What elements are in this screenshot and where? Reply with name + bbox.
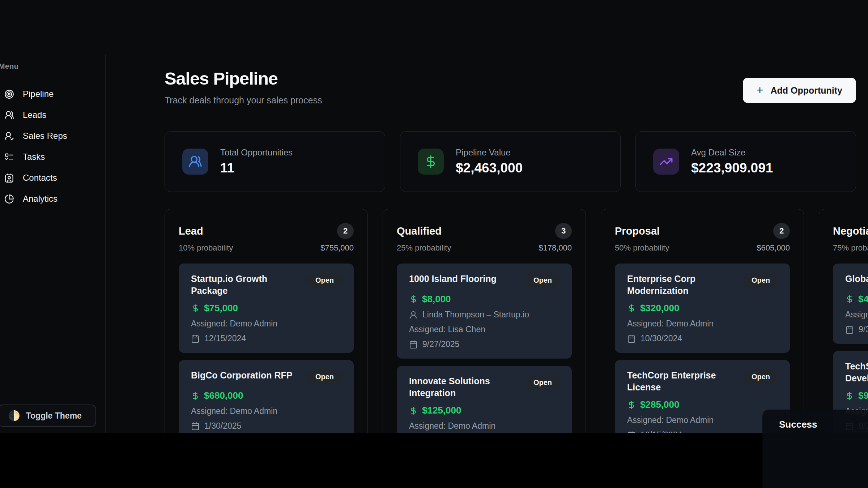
app-window: Menu Pipeline Leads Sales Reps [0, 0, 868, 433]
status-badge: Open [526, 375, 559, 390]
opportunity-date: 12/15/2024 [204, 334, 246, 343]
opportunity-assigned: Assigned: Demo Admin [627, 415, 714, 425]
toggle-theme-button[interactable]: 🌓 Toggle Theme [0, 404, 96, 427]
amount-row: $95,000 [845, 390, 868, 401]
column-cards: 1000 Island Flooring Open $8,000 Linda T… [397, 264, 572, 433]
opportunity-amount: $8,000 [422, 294, 451, 305]
calendar-icon [409, 340, 418, 349]
opportunity-amount: $75,000 [204, 303, 238, 314]
column-cards: Global Tech Expansion Open $450,000 Assi… [833, 264, 868, 433]
stat-card-pipeline-value: Pipeline Value $2,463,000 [400, 131, 621, 192]
calendar-icon [191, 334, 200, 343]
opportunity-assigned: Assigned: Demo Admin [409, 421, 495, 431]
opportunity-title: Startup.io Growth Package [191, 273, 301, 297]
calendar-icon [191, 422, 200, 431]
opportunity-card[interactable]: 1000 Island Flooring Open $8,000 Linda T… [397, 264, 572, 359]
amount-row: $680,000 [191, 390, 341, 401]
column-cards: Startup.io Growth Package Open $75,000 A… [179, 264, 354, 433]
sidebar-nav: Pipeline Leads Sales Reps Tasks [0, 84, 105, 209]
opportunity-date: 9/30/2025 [859, 325, 868, 334]
kanban-column-qualified: Qualified 3 25% probability $178,000 100… [383, 209, 586, 433]
toast-notification: Success [762, 410, 868, 488]
sidebar-menu-label: Menu [0, 62, 105, 70]
status-badge: Open [308, 273, 341, 288]
column-probability: 75% probability [833, 243, 868, 253]
add-opportunity-label: Add Opportunity [770, 85, 842, 96]
pie-chart-icon [4, 194, 14, 204]
stat-value: 11 [220, 160, 293, 176]
dollar-icon [627, 304, 636, 313]
sidebar-item-leads[interactable]: Leads [0, 104, 105, 125]
opportunity-card[interactable]: Enterprise Corp Modernization Open $320,… [615, 264, 790, 353]
status-badge: Open [744, 273, 778, 288]
opportunity-date: 10/30/2024 [641, 334, 682, 343]
dollar-icon [424, 155, 438, 168]
target-icon [4, 89, 14, 99]
assigned-row: Assigned: Demo Admin [845, 310, 868, 320]
dollar-icon [845, 295, 854, 304]
sidebar-item-contacts[interactable]: Contacts [0, 167, 105, 188]
opportunity-card[interactable]: Innovate Solutions Integration Open $125… [397, 366, 572, 433]
date-row: 9/30/2025 [845, 325, 868, 334]
toast-title: Success [779, 419, 868, 430]
moon-icon: 🌓 [8, 411, 20, 421]
dollar-icon [409, 406, 418, 415]
stat-value: $2,463,000 [456, 160, 523, 176]
sidebar-item-pipeline[interactable]: Pipeline [0, 84, 105, 104]
opportunity-date: 10/15/2024 [641, 430, 682, 433]
opportunity-title: TechCorp Enterprise License [627, 369, 737, 393]
opportunity-assigned: Assigned: Demo Admin [627, 319, 714, 329]
sidebar-item-label: Pipeline [23, 89, 54, 99]
page-title: Sales Pipeline [165, 68, 278, 89]
column-total-value: $605,000 [757, 243, 790, 253]
opportunity-contact: Linda Thompson – Startup.io [422, 310, 529, 320]
dollar-icon [191, 304, 200, 313]
opportunity-amount: $285,000 [640, 399, 679, 410]
status-badge: Open [744, 369, 778, 384]
opportunity-assigned: Assigned: Demo Admin [845, 310, 868, 320]
opportunity-card[interactable]: BigCo Corporation RFP Open $680,000 Assi… [179, 360, 354, 433]
status-badge: Open [526, 273, 559, 288]
opportunity-amount: $450,000 [858, 294, 868, 305]
dollar-icon [845, 391, 854, 400]
stat-label: Pipeline Value [456, 147, 523, 158]
dollar-icon [191, 391, 200, 400]
assigned-row: Assigned: Demo Admin [627, 415, 778, 425]
kanban-column-lead: Lead 2 10% probability $755,000 Startup.… [165, 209, 368, 433]
dollar-icon-tile [418, 149, 444, 175]
calendar-icon [627, 431, 636, 433]
opportunity-card[interactable]: Global Tech Expansion Open $450,000 Assi… [833, 264, 868, 344]
stat-value: $223,909.091 [691, 160, 773, 176]
sidebar-item-analytics[interactable]: Analytics [0, 188, 105, 209]
stat-label: Total Opportunities [220, 147, 293, 158]
column-count-badge: 2 [337, 223, 354, 239]
assigned-row: Assigned: Demo Admin [409, 421, 559, 431]
amount-row: $450,000 [845, 294, 868, 305]
amount-row: $285,000 [627, 399, 778, 410]
opportunity-assigned: Assigned: Lisa Chen [409, 325, 485, 334]
opportunity-card[interactable]: Startup.io Growth Package Open $75,000 A… [179, 264, 354, 353]
users-icon [188, 155, 202, 168]
sidebar-item-label: Sales Reps [23, 131, 67, 141]
amount-row: $75,000 [191, 303, 341, 314]
opportunity-title: 1000 Island Flooring [409, 273, 497, 288]
sidebar-item-label: Tasks [23, 152, 45, 162]
stat-label: Avg Deal Size [691, 147, 773, 158]
opportunity-title: Global Tech Expansion [845, 273, 868, 288]
assigned-row: Assigned: Demo Admin [191, 406, 341, 416]
sidebar-item-tasks[interactable]: Tasks [0, 146, 105, 167]
sidebar-item-sales-reps[interactable]: Sales Reps [0, 125, 105, 146]
date-row: 9/27/2025 [409, 339, 559, 349]
sidebar-item-label: Contacts [23, 173, 57, 183]
dollar-icon [627, 401, 636, 409]
column-title: Proposal [615, 225, 660, 237]
add-opportunity-button[interactable]: + Add Opportunity [743, 78, 856, 103]
date-row: 1/30/2025 [191, 421, 341, 431]
amount-row: $320,000 [627, 303, 778, 314]
column-title: Negotiation [833, 225, 868, 237]
trending-up-icon-tile [653, 149, 679, 175]
top-header-strip [0, 0, 868, 54]
user-icon [409, 311, 418, 319]
opportunity-assigned: Assigned: Demo Admin [191, 319, 277, 329]
date-row: 10/30/2024 [627, 334, 778, 343]
